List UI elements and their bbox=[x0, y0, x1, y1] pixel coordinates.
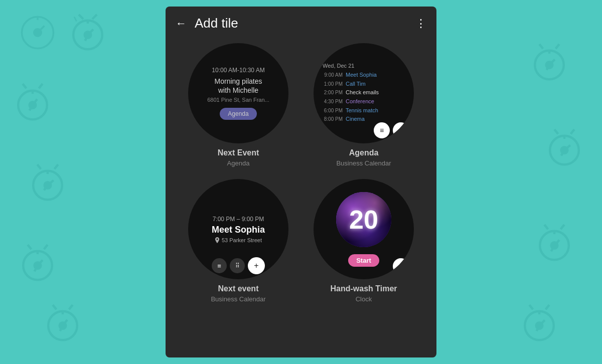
svg-line-50 bbox=[564, 145, 570, 150]
svg-line-40 bbox=[69, 305, 73, 309]
svg-line-26 bbox=[55, 164, 58, 169]
event-name-0: Meet Sophia bbox=[346, 71, 377, 80]
tile1-sublabel: Agenda bbox=[227, 159, 250, 167]
tiles-grid: 10:00 AM-10:30 AM Morning pilateswith Mi… bbox=[166, 39, 436, 303]
watch-face-agenda: Wed, Dec 21 9:00 AMMeet Sophia 1:00 PMCa… bbox=[314, 43, 414, 143]
tile-handwash[interactable]: 20 Start + Hand-wash Timer Clock bbox=[307, 179, 420, 303]
svg-line-67 bbox=[529, 305, 533, 309]
svg-line-33 bbox=[44, 245, 48, 249]
tile3-label: Next event bbox=[218, 284, 259, 293]
watch-face-next-event: 10:00 AM-10:30 AM Morning pilateswith Mi… bbox=[188, 43, 288, 143]
tile-agenda[interactable]: Wed, Dec 21 9:00 AMMeet Sophia 1:00 PMCa… bbox=[307, 43, 420, 167]
tile1-agenda-badge: Agenda bbox=[220, 108, 256, 120]
timer-start-badge[interactable]: Start bbox=[348, 254, 379, 267]
main-panel: ← Add tile ⋮ 10:00 AM-10:30 AM Morning p… bbox=[166, 7, 436, 357]
svg-line-23 bbox=[44, 186, 48, 191]
tile3-grid-button[interactable]: ⠿ bbox=[230, 258, 245, 273]
svg-line-58 bbox=[551, 246, 554, 252]
svg-point-49 bbox=[561, 147, 568, 153]
svg-line-43 bbox=[549, 60, 555, 65]
svg-point-41 bbox=[535, 51, 564, 80]
event-name-1: Call Tim bbox=[346, 80, 366, 89]
svg-point-13 bbox=[18, 91, 47, 120]
svg-line-61 bbox=[561, 225, 564, 229]
svg-line-22 bbox=[48, 180, 54, 186]
svg-line-30 bbox=[35, 266, 38, 272]
back-button[interactable]: ← bbox=[176, 18, 187, 29]
tile3-menu-button[interactable]: ≡ bbox=[212, 258, 227, 273]
tile3-action-buttons: ≡ ⠿ + bbox=[212, 257, 265, 274]
tile1-label: Next Event bbox=[218, 148, 259, 157]
tile4-sublabel: Clock bbox=[356, 295, 372, 303]
svg-line-10 bbox=[79, 15, 83, 19]
svg-line-51 bbox=[561, 150, 564, 156]
tile1-time: 10:00 AM-10:30 AM bbox=[212, 67, 264, 74]
timer-display: 20 Start bbox=[336, 179, 391, 279]
svg-line-19 bbox=[39, 84, 43, 88]
header: ← Add tile ⋮ bbox=[166, 7, 436, 39]
agenda-action-buttons: ≡ + bbox=[374, 122, 409, 138]
watch-face-handwash: 20 Start + bbox=[314, 179, 414, 279]
svg-point-55 bbox=[540, 231, 569, 260]
svg-line-2 bbox=[38, 26, 45, 33]
svg-point-6 bbox=[85, 32, 91, 38]
svg-line-29 bbox=[38, 260, 43, 266]
tile2-sublabel: Business Calendar bbox=[336, 159, 391, 167]
svg-line-39 bbox=[53, 305, 56, 309]
svg-line-47 bbox=[556, 44, 559, 49]
svg-point-14 bbox=[30, 102, 36, 108]
more-button[interactable]: ⋮ bbox=[415, 17, 426, 30]
svg-line-8 bbox=[85, 35, 88, 41]
svg-line-65 bbox=[537, 326, 539, 331]
svg-line-11 bbox=[92, 15, 97, 19]
svg-point-62 bbox=[525, 311, 554, 340]
svg-point-35 bbox=[60, 322, 66, 329]
svg-line-68 bbox=[546, 305, 549, 309]
svg-line-15 bbox=[33, 99, 37, 105]
svg-line-12 bbox=[74, 17, 77, 22]
svg-line-16 bbox=[30, 105, 33, 111]
tile-next-event[interactable]: 10:00 AM-10:30 AM Morning pilateswith Mi… bbox=[182, 43, 295, 167]
svg-point-34 bbox=[48, 311, 77, 340]
svg-line-7 bbox=[88, 30, 93, 35]
svg-point-0 bbox=[22, 17, 54, 49]
svg-line-64 bbox=[539, 320, 545, 326]
event-name-3: Conference bbox=[346, 97, 374, 106]
svg-point-21 bbox=[45, 182, 51, 189]
event-name-4: Tennis match bbox=[346, 106, 378, 115]
tile1-address: 6801 Pine St, San Fran... bbox=[207, 97, 269, 103]
tile4-add-button[interactable]: + bbox=[393, 258, 409, 274]
timer-number: 20 bbox=[336, 192, 391, 247]
svg-point-63 bbox=[536, 322, 543, 329]
svg-line-36 bbox=[63, 320, 67, 326]
svg-point-5 bbox=[73, 21, 102, 50]
agenda-menu-button[interactable]: ≡ bbox=[374, 122, 390, 138]
tile4-label: Hand-wash Timer bbox=[330, 284, 397, 293]
event-time-4: 6:00 PM bbox=[323, 107, 343, 115]
tile-next-event-biz[interactable]: 7:00 PM – 9:00 PM Meet Sophia 53 Parker … bbox=[182, 179, 295, 303]
svg-point-1 bbox=[34, 29, 41, 36]
svg-point-28 bbox=[35, 262, 41, 269]
svg-line-60 bbox=[544, 225, 548, 229]
event-time-3: 4:30 PM bbox=[323, 98, 343, 106]
tile3-event-title: Meet Sophia bbox=[212, 225, 265, 235]
tile3-location-text: 53 Parker Street bbox=[222, 237, 262, 243]
tile4-add-button-wrap: + bbox=[393, 258, 409, 274]
svg-line-18 bbox=[23, 84, 26, 88]
tile3-add-button[interactable]: + bbox=[248, 257, 265, 274]
tile2-label: Agenda bbox=[349, 148, 379, 157]
svg-point-48 bbox=[550, 136, 579, 165]
event-name-2: Check emails bbox=[346, 88, 379, 97]
svg-point-20 bbox=[33, 171, 62, 200]
tile1-event-title: Morning pilateswith Michelle bbox=[215, 77, 262, 95]
event-time-2: 2:00 PM bbox=[323, 89, 343, 97]
svg-text:·: · bbox=[40, 31, 42, 36]
agenda-add-button[interactable]: + bbox=[393, 122, 409, 138]
svg-line-54 bbox=[571, 129, 574, 134]
agenda-date: Wed, Dec 21 bbox=[323, 63, 354, 69]
svg-line-57 bbox=[554, 240, 559, 246]
event-name-5: Cinema bbox=[346, 115, 365, 124]
svg-point-27 bbox=[23, 251, 52, 280]
tile3-time: 7:00 PM – 9:00 PM bbox=[213, 216, 264, 223]
svg-line-53 bbox=[554, 129, 558, 134]
